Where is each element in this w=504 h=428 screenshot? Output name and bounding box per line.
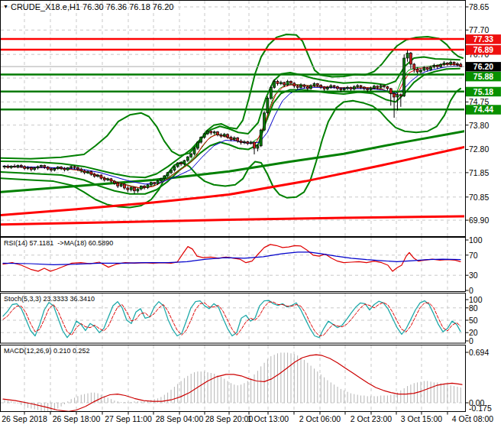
bear-candle (363, 87, 365, 89)
chart-title: ▼CRUDE_X18.e,H1 76.30 76.36 76.18 76.20 (3, 3, 173, 11)
bear-candle (124, 184, 126, 188)
bear-candle (44, 166, 46, 167)
bear-candle (180, 163, 183, 164)
support-badge-74.44: 74.44 (473, 105, 493, 114)
bear-candle (230, 138, 232, 140)
bull-candle (270, 87, 272, 98)
bear-candle (24, 167, 26, 169)
bull-candle (443, 63, 445, 64)
bull-candle (193, 148, 195, 154)
time-tick-label: 2 Oct 23:00 (351, 414, 392, 423)
bull-candle (87, 171, 89, 173)
bear-candle (50, 169, 53, 170)
resistance-badge-76.89: 76.89 (473, 45, 493, 54)
rsi-tick-label: 70 (469, 251, 478, 260)
price-tick-label: 72.80 (469, 144, 489, 154)
bear-candle (63, 168, 66, 170)
price-tick-label: 70.85 (469, 193, 489, 202)
bear-candle (337, 86, 339, 89)
bear-candle (386, 86, 389, 89)
bear-candle (153, 183, 156, 184)
bull-candle (423, 68, 425, 70)
rsi-tick-label: 30 (469, 271, 478, 280)
bull-candle (300, 85, 302, 87)
bear-candle (367, 89, 369, 90)
bear-candle (290, 81, 292, 83)
bull-candle (190, 154, 192, 157)
bull-candle (160, 179, 162, 181)
bull-candle (353, 86, 355, 89)
main-price-panel[interactable] (0, 34, 465, 225)
bull-candle (310, 86, 312, 89)
bear-candle (80, 169, 82, 171)
bull-candle (66, 168, 69, 170)
price-tick-label: 78.65 (469, 2, 489, 11)
bear-candle (350, 87, 352, 89)
bear-candle (303, 85, 305, 86)
macd-tick-label: 0.694 (469, 348, 489, 357)
bear-candle (30, 167, 32, 170)
bull-candle (40, 166, 43, 167)
bull-candle (233, 138, 235, 139)
bull-candle (267, 99, 269, 113)
macd-tick-label: -0.175 (469, 404, 492, 413)
bear-candle (217, 132, 219, 135)
bull-candle (120, 184, 122, 186)
bull-candle (406, 54, 409, 58)
bear-candle (383, 86, 386, 86)
bear-candle (117, 183, 119, 186)
bear-candle (20, 165, 22, 167)
stoch-tick-label: 80 (469, 303, 478, 313)
time-tick-label: 27 Sep 11:00 (105, 414, 152, 423)
bear-candle (296, 86, 299, 88)
bull-candle (186, 157, 189, 160)
bull-candle (430, 67, 432, 70)
bear-candle (399, 95, 402, 96)
bb-outer-lower (0, 89, 460, 208)
time-axis[interactable]: 26 Sep 201826 Sep 18:0027 Sep 11:0028 Se… (2, 412, 493, 424)
main-frame (1, 1, 466, 237)
bull-candle (380, 86, 382, 87)
bear-candle (254, 142, 256, 148)
bull-candle (147, 185, 149, 188)
macd-indicator-label: MACD(12,26,9) 0.210 0.252 (4, 348, 90, 355)
bull-candle (137, 189, 139, 191)
bull-candle (250, 142, 252, 144)
bull-candle (150, 183, 152, 185)
bull-candle (243, 141, 245, 142)
bear-candle (453, 62, 455, 63)
bear-candle (446, 63, 448, 64)
bull-candle (347, 87, 349, 89)
symbol-dropdown-icon[interactable]: ▼ (3, 4, 8, 9)
bull-candle (163, 176, 166, 179)
bull-candle (17, 165, 19, 167)
support-resistance-lines[interactable] (0, 39, 465, 109)
bear-candle (220, 135, 222, 137)
time-tick-label: 4 Oct 08:00 (452, 414, 493, 423)
time-tick-label: 3 Oct 15:00 (401, 414, 442, 423)
bear-candle (457, 63, 459, 64)
stoch-k-line (3, 300, 460, 338)
stoch-tick-label: 50 (469, 316, 478, 325)
bear-candle (14, 166, 16, 167)
bull-candle (440, 65, 442, 67)
bull-candle (37, 167, 39, 168)
bear-candle (134, 187, 136, 191)
bull-candle (403, 58, 405, 96)
support-badge-75.88: 75.88 (473, 72, 493, 81)
bull-candle (396, 95, 399, 97)
rsi-panel[interactable] (3, 245, 460, 271)
time-tick-label: 28 Sep 20:00 (205, 414, 254, 423)
price-tick-label: 69.90 (469, 216, 489, 225)
bull-candle (207, 131, 209, 134)
macd-panel[interactable] (3, 352, 462, 412)
bear-candle (90, 171, 92, 174)
bull-candle (176, 163, 179, 167)
bull-candle (450, 62, 452, 64)
price-chart-canvas[interactable]: 78.6577.7076.7075.7374.7573.8072.8071.85… (0, 0, 504, 428)
rsi-indicator-label: RSI(14) 57.1181 ->MA(18) 60.5890 (4, 240, 113, 247)
bear-candle (276, 81, 279, 83)
price-tick-label: 73.80 (469, 121, 489, 130)
stochastic-panel[interactable] (3, 300, 460, 338)
bear-candle (113, 181, 115, 183)
